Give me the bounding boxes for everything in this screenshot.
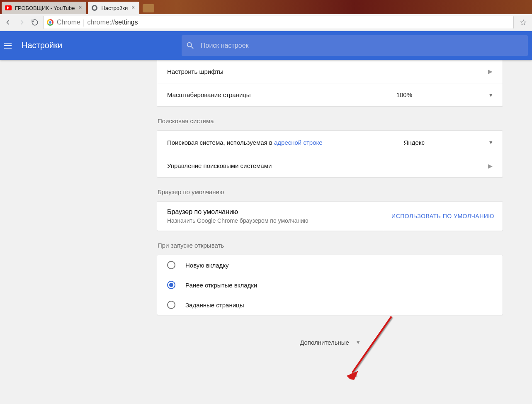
radio-icon: [167, 301, 175, 309]
search-input[interactable]: [201, 42, 524, 49]
search-engine-dropdown[interactable]: Яндекс ▾: [404, 139, 493, 146]
manage-search-engines-row[interactable]: Управление поисковыми системами ▶: [157, 154, 503, 177]
radio-icon: [167, 261, 175, 269]
advanced-toggle[interactable]: Дополнительные ▾: [157, 326, 503, 358]
browser-tab-youtube[interactable]: ГРОБОВЩИК - YouTube ×: [2, 2, 86, 14]
forward-button[interactable]: [17, 17, 27, 27]
chevron-right-icon: ▶: [488, 163, 493, 169]
search-icon: [186, 41, 195, 50]
close-icon[interactable]: ×: [77, 5, 83, 10]
row-label: Управление поисковыми системами: [167, 162, 272, 169]
tab-title: ГРОБОВЩИК - YouTube: [15, 5, 75, 11]
default-browser-row: Браузер по умолчанию Назначить Google Ch…: [157, 202, 503, 231]
customize-fonts-row[interactable]: Настроить шрифты ▶: [157, 60, 503, 83]
menu-icon[interactable]: [4, 41, 14, 51]
browser-toolbar: Chrome | chrome://settings ☆: [0, 14, 532, 31]
omnibox-url-prefix: chrome://: [87, 19, 115, 26]
radio-label: Заданные страницы: [185, 302, 244, 309]
dropdown-value: 100%: [396, 91, 412, 98]
omnibox-origin: Chrome: [57, 19, 80, 26]
on-startup-card: Новую вкладку Ранее открытые вкладки Зад…: [157, 255, 503, 315]
page-zoom-row: Масштабирование страницы 100% ▾: [157, 83, 503, 106]
radio-icon: [167, 281, 175, 289]
row-title: Браузер по умолчанию: [167, 208, 373, 216]
chevron-right-icon: ▶: [488, 68, 493, 75]
search-engine-row: Поисковая система, используемая в адресн…: [157, 131, 503, 154]
settings-search[interactable]: [182, 35, 528, 56]
chevron-down-icon: ▾: [489, 139, 493, 146]
page-zoom-dropdown[interactable]: 100% ▾: [396, 91, 493, 99]
omnibox-url-path: settings: [115, 19, 138, 26]
tab-title: Настройки: [101, 5, 128, 11]
chevron-down-icon: ▾: [357, 338, 360, 346]
section-title-default-browser: Браузер по умолчанию: [158, 188, 503, 195]
settings-header: Настройки: [0, 31, 532, 60]
row-subtitle: Назначить Google Chrome браузером по умо…: [167, 217, 373, 224]
section-title-on-startup: При запуске открывать: [158, 242, 503, 249]
settings-content: Настроить шрифты ▶ Масштабирование стран…: [0, 60, 532, 404]
close-icon[interactable]: ×: [130, 5, 136, 10]
startup-option-continue[interactable]: Ранее открытые вкладки: [157, 275, 503, 295]
gear-icon: [91, 5, 98, 11]
address-bar-link[interactable]: адресной строке: [274, 139, 323, 146]
radio-label: Ранее открытые вкладки: [185, 282, 257, 289]
youtube-icon: [5, 5, 12, 11]
new-tab-button[interactable]: [143, 4, 154, 12]
row-label: Масштабирование страницы: [167, 91, 251, 98]
make-default-button[interactable]: ИСПОЛЬЗОВАТЬ ПО УМОЛЧАНИЮ: [383, 213, 503, 219]
advanced-label: Дополнительные: [300, 339, 349, 346]
row-label: Поисковая система, используемая в: [167, 139, 274, 146]
bookmark-star-icon[interactable]: ☆: [520, 17, 529, 27]
startup-option-specific-pages[interactable]: Заданные страницы: [157, 295, 503, 315]
browser-tab-settings[interactable]: Настройки ×: [88, 2, 139, 14]
address-bar[interactable]: Chrome | chrome://settings: [43, 16, 514, 29]
chevron-down-icon: ▾: [489, 91, 493, 99]
radio-label: Новую вкладку: [185, 262, 229, 269]
back-button[interactable]: [3, 17, 13, 27]
reload-button[interactable]: [30, 17, 40, 27]
dropdown-value: Яндекс: [404, 139, 425, 146]
browser-tabstrip: ГРОБОВЩИК - YouTube × Настройки ×: [0, 0, 532, 14]
section-title-search-engine: Поисковая система: [158, 117, 503, 124]
startup-option-newtab[interactable]: Новую вкладку: [157, 255, 503, 275]
row-label: Настроить шрифты: [167, 68, 223, 75]
chrome-icon: [47, 19, 53, 26]
page-title: Настройки: [22, 41, 62, 50]
